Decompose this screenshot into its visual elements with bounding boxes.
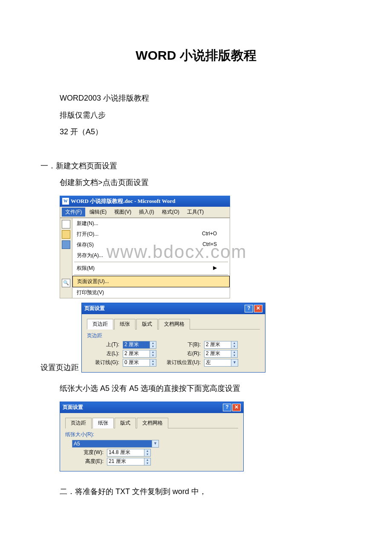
menu-item-open[interactable]: 打开(O)...Ctrl+O [72,229,230,240]
dialog-titlebar: 页面设置 ? ✕ [60,402,243,413]
blank-icon [62,251,70,258]
dialog-help-button[interactable]: ? [245,305,253,312]
section-1-sub: 创建新文档>点击页面设置 [60,174,352,191]
word-file-menu-screenshot: www.bdocx.com W WORD 小说排版教程.doc - Micros… [60,196,230,298]
menu-edit[interactable]: 编辑(E) [86,208,110,217]
spin-up-icon[interactable]: ▲ [144,449,150,453]
menu-item-saveas[interactable]: 另存为(A)... [72,250,230,261]
margin-bottom-label: 下(B): [158,341,202,348]
tab-margins[interactable]: 页边距 [65,418,92,428]
section-1-heading: 一．新建文档页面设置 [40,158,352,175]
paper-size-select[interactable]: ▼ [72,440,159,448]
word-title-text: WORD 小说排版教程.doc - Microsoft Word [71,197,175,205]
intro-line-3: 32 开（A5） [60,124,352,141]
margins-group-label: 页边距 [87,332,260,339]
dialog-tabs: 页边距 纸张 版式 文档网格 [65,417,238,428]
paper-size-note: 纸张大小选 A5 没有 A5 选项的直接按下面宽高度设置 [60,380,352,397]
menu-separator [74,275,228,275]
gutter-input[interactable]: ▲▼ [123,359,156,367]
margin-top-input[interactable]: ▲▼ [123,341,156,349]
menu-tools[interactable]: 工具(T) [184,208,207,217]
blank-icon [62,269,70,277]
spin-up-icon[interactable]: ▲ [144,458,150,462]
tab-paper[interactable]: 纸张 [92,418,114,428]
tab-grid[interactable]: 文档网格 [137,418,168,428]
spin-down-icon[interactable]: ▼ [150,345,156,348]
file-menu-dropdown: 🔍 新建(N)... 打开(O)...Ctrl+O 保存(S)Ctrl+S 另存… [60,218,230,298]
dialog-title-text: 页面设置 [63,404,83,411]
dialog-close-button[interactable]: ✕ [232,404,241,411]
new-file-icon [62,220,70,228]
menu-format[interactable]: 格式(O) [159,208,183,217]
margin-bottom-input[interactable]: ▲▼ [204,341,238,349]
menu-view[interactable]: 视图(V) [111,208,135,217]
margin-left-label: 左(L): [87,350,121,357]
spin-down-icon[interactable]: ▼ [231,345,237,348]
margin-left-input[interactable]: ▲▼ [123,350,156,358]
paper-width-input[interactable]: ▲▼ [107,449,151,457]
margin-right-input[interactable]: ▲▼ [204,350,238,358]
blank-icon [62,260,70,268]
menu-insert[interactable]: 插入(I) [135,208,157,217]
dialog-tabs: 页边距 纸张 版式 文档网格 [87,318,260,330]
intro-line-2: 排版仅需八步 [60,107,352,124]
menu-icon-gutter: 🔍 [60,218,72,298]
word-titlebar: W WORD 小说排版教程.doc - Microsoft Word [60,196,230,207]
page-setup-dialog-margins: 页面设置 ? ✕ 页边距 纸张 版式 文档网格 页边距 上(T): ▲▼ 下(B… [81,303,265,373]
section-2-heading: 二．将准备好的 TXT 文件复制到 word 中， [60,483,352,500]
menu-separator [74,262,228,262]
tab-grid[interactable]: 文档网格 [159,319,190,330]
gutter-pos-label: 装订线位置(U): [158,359,202,366]
spin-up-icon[interactable]: ▲ [231,350,237,354]
menu-item-new[interactable]: 新建(N)... [72,218,230,229]
gutter-label: 装订线(G): [87,359,121,366]
spin-down-icon[interactable]: ▼ [144,453,150,456]
dialog-title-text: 页面设置 [84,305,105,312]
paper-size-group-label: 纸张大小(R): [65,431,238,438]
margins-prefix-label: 设置页边距 [40,362,79,373]
tab-layout[interactable]: 版式 [136,319,158,330]
spin-down-icon[interactable]: ▼ [231,354,237,357]
intro-line-1: WORD2003 小说排版教程 [60,90,352,107]
dialog-titlebar: 页面设置 ? ✕ [82,303,265,314]
menu-file[interactable]: 文件(F) [62,208,85,217]
spin-up-icon[interactable]: ▲ [150,350,156,354]
word-app-icon: W [62,198,69,205]
dropdown-arrow-icon[interactable]: ▼ [231,359,238,366]
spin-down-icon[interactable]: ▼ [144,462,150,465]
menu-item-page-setup[interactable]: 页面设置(U)... [72,276,230,287]
menu-item-permissions[interactable]: 权限(M)▶ [72,263,230,274]
margin-right-label: 右(R): [158,350,202,357]
tab-margins[interactable]: 页边距 [87,319,113,330]
page-setup-dialog-paper: 页面设置 ? ✕ 页边距 纸张 版式 文档网格 纸张大小(R): ▼ [60,402,244,471]
paper-height-label: 高度(E): [65,458,105,465]
word-menubar[interactable]: 文件(F) 编辑(E) 视图(V) 插入(I) 格式(O) 工具(T) [60,207,230,218]
dialog-help-button[interactable]: ? [223,404,231,411]
tab-layout[interactable]: 版式 [115,418,136,428]
spin-up-icon[interactable]: ▲ [150,341,156,345]
gutter-pos-select[interactable]: ▼ [204,359,238,367]
dialog-close-button[interactable]: ✕ [254,305,262,312]
tab-paper[interactable]: 纸张 [114,319,135,330]
spin-down-icon[interactable]: ▼ [150,363,156,366]
menu-item-save[interactable]: 保存(S)Ctrl+S [72,240,230,250]
dropdown-arrow-icon[interactable]: ▼ [152,440,159,447]
page-title: WORD 小说排版教程 [40,47,352,64]
spin-up-icon[interactable]: ▲ [150,359,156,363]
open-file-icon [62,230,70,239]
print-preview-icon: 🔍 [62,279,70,287]
spin-down-icon[interactable]: ▼ [150,354,156,357]
spin-up-icon[interactable]: ▲ [231,341,237,345]
margin-top-label: 上(T): [87,341,121,348]
paper-width-label: 宽度(W): [65,449,105,456]
save-file-icon [62,240,70,249]
paper-height-input[interactable]: ▲▼ [107,458,151,465]
menu-item-print-preview[interactable]: 打印预览(V) [72,287,230,298]
